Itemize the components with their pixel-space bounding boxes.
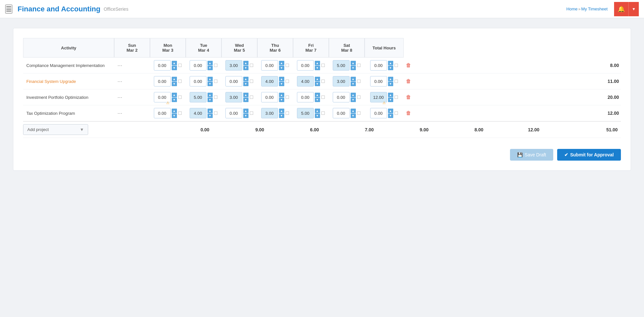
comment-icon[interactable]: ☐ [214, 111, 218, 116]
spin-up-button[interactable]: ▲ [351, 77, 356, 81]
hour-input-thu[interactable] [297, 108, 314, 118]
hour-input-sat[interactable] [370, 108, 387, 118]
spin-down-button[interactable]: ▼ [279, 66, 284, 70]
hour-input-sun[interactable] [154, 108, 171, 118]
comment-icon[interactable]: ☐ [285, 63, 289, 68]
hour-input-tue[interactable] [225, 108, 242, 118]
spin-down-button[interactable]: ▼ [351, 113, 356, 118]
submit-approval-button[interactable]: ✔ Submit for Approval [557, 149, 621, 161]
comment-icon[interactable]: ☐ [249, 79, 254, 84]
delete-row-button[interactable]: 🗑 [406, 110, 411, 116]
spin-down-button[interactable]: ▼ [315, 66, 320, 70]
spin-up-button[interactable]: ▲ [208, 109, 213, 113]
comment-icon[interactable]: ☐ [178, 63, 182, 68]
comment-icon[interactable]: ☐ [394, 63, 398, 68]
breadcrumb-home[interactable]: Home [566, 7, 578, 11]
spin-down-button[interactable]: ▼ [172, 113, 177, 118]
hour-input-mon[interactable] [190, 76, 207, 86]
spin-down-button[interactable]: ▼ [172, 82, 177, 86]
spin-down-button[interactable]: ▼ [208, 82, 213, 86]
spin-down-button[interactable]: ▼ [243, 82, 248, 86]
spin-down-button[interactable]: ▼ [351, 66, 356, 70]
spin-up-button[interactable]: ▲ [243, 109, 248, 113]
hour-input-tue[interactable] [225, 76, 242, 86]
comment-icon[interactable]: ☐ [285, 95, 289, 100]
hour-input-thu[interactable] [297, 92, 314, 102]
row-menu-button[interactable]: ··· [116, 110, 124, 117]
hour-input-tue[interactable] [225, 60, 242, 71]
hour-input-tue[interactable] [225, 92, 242, 102]
spin-down-button[interactable]: ▼ [243, 98, 248, 102]
hour-input-wed[interactable] [261, 76, 278, 86]
spin-down-button[interactable]: ▼ [388, 98, 393, 102]
comment-icon[interactable]: ☐ [321, 111, 325, 116]
comment-icon[interactable]: ☐ [321, 63, 325, 68]
spin-up-button[interactable]: ▲ [208, 61, 213, 65]
spin-up-button[interactable]: ▲ [315, 61, 320, 65]
spin-up-button[interactable]: ▲ [243, 61, 248, 65]
spin-up-button[interactable]: ▲ [172, 109, 177, 113]
hour-input-fri[interactable] [333, 108, 350, 118]
spin-up-button[interactable]: ▲ [208, 93, 213, 97]
add-project-button[interactable]: Add project ▼ [23, 124, 88, 135]
hour-input-fri[interactable] [333, 76, 350, 86]
spin-up-button[interactable]: ▲ [388, 61, 393, 65]
comment-icon[interactable]: ☐ [178, 79, 182, 84]
spin-down-button[interactable]: ▼ [351, 82, 356, 86]
comment-icon[interactable]: ☐ [178, 111, 182, 116]
delete-row-button[interactable]: 🗑 [406, 78, 411, 84]
spin-up-button[interactable]: ▲ [279, 77, 284, 81]
spin-down-button[interactable]: ▼ [388, 113, 393, 118]
comment-icon[interactable]: ☐ [178, 95, 182, 100]
hamburger-button[interactable]: ☰ [5, 5, 12, 14]
hour-input-sun[interactable] [154, 76, 171, 86]
spin-up-button[interactable]: ▲ [208, 77, 213, 81]
hour-input-sun[interactable] [154, 60, 171, 71]
hour-input-wed[interactable] [261, 60, 278, 71]
spin-down-button[interactable]: ▼ [388, 66, 393, 70]
hour-input-wed[interactable] [261, 108, 278, 118]
hour-input-mon[interactable] [190, 108, 207, 118]
comment-icon[interactable]: ☐ [394, 79, 398, 84]
comment-icon[interactable]: ☐ [357, 95, 361, 100]
comment-icon[interactable]: ☐ [249, 95, 254, 100]
spin-down-button[interactable]: ▼ [351, 98, 356, 102]
comment-icon[interactable]: ☐ [357, 111, 361, 116]
spin-up-button[interactable]: ▲ [172, 93, 177, 97]
spin-up-button[interactable]: ▲ [172, 77, 177, 81]
comment-icon[interactable]: ☐ [285, 79, 289, 84]
spin-down-button[interactable]: ▼ [243, 113, 248, 118]
spin-up-button[interactable]: ▲ [351, 109, 356, 113]
spin-down-button[interactable]: ▼ [208, 66, 213, 70]
spin-down-button[interactable]: ▼ [279, 113, 284, 118]
hour-input-sat[interactable] [370, 60, 387, 71]
spin-up-button[interactable]: ▲ [279, 109, 284, 113]
spin-up-button[interactable]: ▲ [315, 93, 320, 97]
comment-icon[interactable]: ☐ [249, 111, 254, 116]
comment-icon[interactable]: ☐ [394, 95, 398, 100]
spin-down-button[interactable]: ▼ [315, 82, 320, 86]
spin-up-button[interactable]: ▲ [388, 93, 393, 97]
comment-icon[interactable]: ☐ [214, 79, 218, 84]
spin-down-button[interactable]: ▼ [208, 98, 213, 102]
comment-icon[interactable]: ☐ [321, 95, 325, 100]
navbar-dropdown-button[interactable]: ▼ [628, 2, 639, 16]
hour-input-wed[interactable] [261, 92, 278, 102]
spin-up-button[interactable]: ▲ [351, 61, 356, 65]
comment-icon[interactable]: ☐ [357, 79, 361, 84]
spin-up-button[interactable]: ▲ [315, 77, 320, 81]
spin-down-button[interactable]: ▼ [208, 113, 213, 118]
spin-up-button[interactable]: ▲ [279, 61, 284, 65]
spin-up-button[interactable]: ▲ [388, 109, 393, 113]
spin-down-button[interactable]: ▼ [315, 113, 320, 118]
spin-up-button[interactable]: ▲ [243, 77, 248, 81]
hour-input-thu[interactable] [297, 76, 314, 86]
spin-down-button[interactable]: ▼ [315, 98, 320, 102]
spin-down-button[interactable]: ▼ [388, 82, 393, 86]
row-menu-button[interactable]: ··· [116, 94, 124, 101]
spin-down-button[interactable]: ▼ [279, 82, 284, 86]
spin-up-button[interactable]: ▲ [243, 93, 248, 97]
spin-down-button[interactable]: ▼ [172, 66, 177, 70]
comment-icon[interactable]: ☐ [285, 111, 289, 116]
delete-row-button[interactable]: 🗑 [406, 62, 411, 68]
